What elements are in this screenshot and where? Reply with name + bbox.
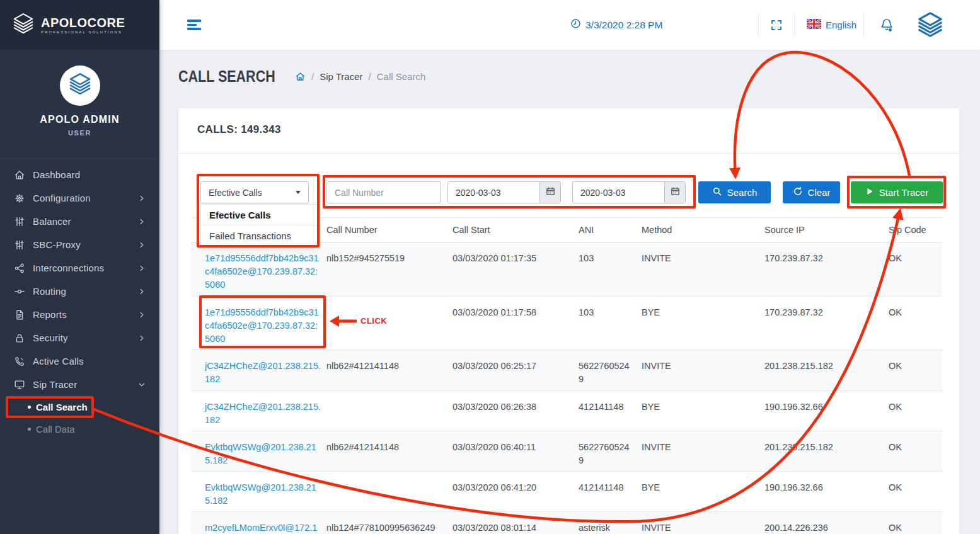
search-button[interactable]: Search [698,181,771,203]
submenu-label: Call Data [36,424,75,435]
cell-call-id: EvktbqWSWg@201.238.215.182 [191,431,326,472]
sidebar-item-interconnections[interactable]: Interconnections [0,256,159,280]
cell-ani: 56227605249 [579,431,642,472]
sidebar-item-security[interactable]: Security [0,326,159,349]
monitor-icon [14,379,25,390]
sidebar-item-routing[interactable]: Routing [0,280,159,303]
cell-ani: 103 [579,242,642,297]
cell-call-number [326,391,453,431]
sidebar-item-active-calls[interactable]: Active Calls [0,349,159,373]
date-to-input[interactable]: 2020-03-03 [573,182,664,203]
search-icon [712,186,722,198]
cell-call-id: 1e71d95556ddf7bb42b9c31c4fa6502e@170.239… [191,242,326,297]
cell-source-ip: 190.196.32.66 [764,472,889,512]
cell-call-start: 03/03/2020 06:41:20 [453,472,579,512]
cell-method: INVITE [642,242,764,297]
cell-call-start: 03/03/2020 06:26:38 [453,391,579,431]
profile-role: USER [0,129,159,137]
divider [178,153,959,154]
call-id-link[interactable]: jC34ZHCheZ@201.238.215.182 [205,402,321,425]
chevron-right-icon [138,334,146,342]
call-number-input[interactable]: Call Number [326,181,441,203]
breadcrumb-sip-tracer[interactable]: Sip Tracer [320,71,362,82]
call-id-link[interactable]: 1e71d95556ddf7bb42b9c31c4fa6502e@170.239… [205,253,319,290]
cell-call-number [326,472,453,512]
col-header-ani: ANI [579,218,642,242]
sliders-icon [14,216,25,227]
fullscreen-icon[interactable] [770,19,783,34]
date-from-calendar-button[interactable] [539,182,560,203]
cell-method: INVITE [642,350,764,391]
divider [758,13,759,37]
cell-call-number: nlb62#412141148 [326,350,453,391]
cell-source-ip: 190.196.32.66 [764,391,889,431]
call-row: EvktbqWSWg@201.238.215.18203/03/2020 06:… [191,472,942,512]
home-icon [14,169,25,181]
call-id-link[interactable]: 1e71d95556ddf7bb42b9c31c4fa6502e@170.239… [205,307,319,344]
cell-call-id: jC34ZHCheZ@201.238.215.182 [191,350,326,391]
call-id-link[interactable]: m2cyefLMomErxv0l@172.1 [205,523,317,533]
datetime: 3/3/2020 2:28 PM [570,0,662,50]
notifications-bell-icon[interactable] [880,18,894,35]
menu-toggle-icon[interactable] [187,20,201,32]
cell-method: BYE [642,297,764,350]
cell-ani: 103 [579,297,642,350]
col-header-method: Method [642,218,764,242]
date-to-calendar-button[interactable] [664,182,685,203]
cell-call-id: jC34ZHCheZ@201.238.215.182 [191,391,326,431]
sidebar-item-label: Reports [33,309,138,320]
sidebar-item-dashboard[interactable]: Dashboard [0,163,159,186]
phone-icon [14,356,25,367]
call-id-link[interactable]: EvktbqWSWg@201.238.215.182 [205,482,316,506]
uk-flag-icon [807,19,821,31]
lock-icon [14,332,25,344]
cell-ani: 56227605249 [579,350,642,391]
sidebar-item-sbc-proxy[interactable]: SBC-Proxy [0,233,159,256]
call-id-link[interactable]: jC34ZHCheZ@201.238.215.182 [205,361,321,384]
date-to-group: 2020-03-03 [572,181,686,203]
sidebar-subitem-call-data[interactable]: Call Data [0,418,159,440]
cell-sip-code: OK [889,431,942,472]
start-tracer-button[interactable]: Start Tracer [851,181,943,203]
call-id-link[interactable]: EvktbqWSWg@201.238.215.182 [205,442,316,465]
cell-call-id: EvktbqWSWg@201.238.215.182 [191,472,326,512]
app-logo-icon[interactable] [916,11,945,42]
cell-source-ip: 170.239.87.32 [764,242,889,297]
cell-call-number: nlb152#945275519 [326,242,453,297]
chevron-right-icon [138,241,146,249]
cell-call-start: 03/03/2020 06:25:17 [453,350,579,391]
clear-button[interactable]: Clear [783,181,840,203]
call-type-option-efective-calls[interactable]: Efective Calls [201,205,317,225]
cell-source-ip: 170.239.87.32 [764,297,889,350]
gear-icon [14,193,25,204]
profile-name: APOLO ADMIN [0,114,159,125]
user-profile: APOLO ADMIN USER [0,50,159,159]
date-from-input[interactable]: 2020-03-03 [448,182,539,203]
cell-ani: 412141148 [579,472,642,512]
divider [863,13,864,37]
clock-icon [570,18,581,31]
sliders-icon [14,239,25,251]
cell-source-ip: 201.238.215.182 [764,431,889,472]
sidebar-item-configuration[interactable]: Configuration [0,186,159,210]
sidebar-item-reports[interactable]: Reports [0,303,159,326]
cell-sip-code: OK [889,297,942,350]
cell-ani: 412141148 [579,391,642,431]
sidebar-item-balancer[interactable]: Balancer [0,210,159,233]
cell-call-id: m2cyefLMomErxv0l@172.1 [191,512,326,534]
sidebar-subitem-call-search[interactable]: Call Search [0,396,159,418]
call-type-selected-value: Efective Calls [209,188,262,198]
cell-source-ip: 200.14.226.236 [764,512,889,534]
call-type-select[interactable]: Efective Calls [200,181,309,203]
language-selector[interactable]: English [807,0,856,50]
cell-call-number: nlb62#412141148 [326,431,453,472]
chevron-right-icon [138,195,146,202]
cell-call-start: 03/03/2020 06:40:11 [453,431,579,472]
home-icon[interactable] [295,71,306,82]
call-type-option-failed-transactions[interactable]: Failed Transactions [201,225,317,246]
sidebar-item-sip-tracer[interactable]: Sip Tracer [0,373,159,396]
avatar-logo-icon [67,72,93,99]
cell-sip-code: OK [889,391,942,431]
sidebar: APOLOCORE PROFESSIONAL SOLUTIONS APOLO A… [0,0,159,534]
share-icon [14,263,25,274]
